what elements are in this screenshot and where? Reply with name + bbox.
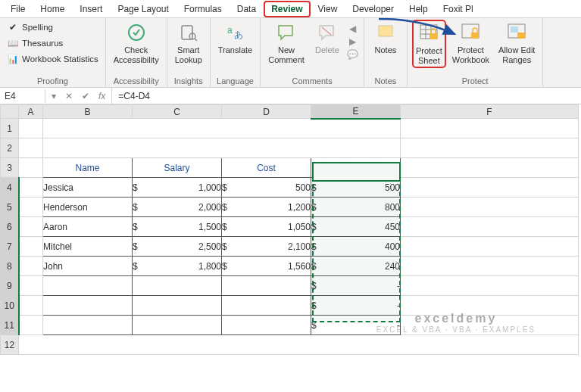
tab-review[interactable]: Review — [264, 1, 310, 17]
next-comment-icon[interactable]: ▶ — [347, 36, 359, 48]
cell-cost[interactable] — [222, 296, 311, 316]
cell-savings[interactable]: $450 — [311, 217, 401, 237]
row-header[interactable]: 7 — [1, 237, 19, 257]
cell-salary[interactable] — [133, 296, 222, 316]
cell-name[interactable]: Jessica — [43, 178, 133, 198]
col-header[interactable]: B — [43, 105, 133, 119]
cell-name[interactable]: Aaron — [43, 217, 133, 237]
translate-button[interactable]: aあ Translate — [215, 20, 255, 57]
row-header[interactable]: 2 — [1, 138, 19, 158]
row-header[interactable]: 1 — [1, 119, 19, 138]
cancel-icon[interactable]: ✕ — [61, 91, 77, 101]
cell-cost[interactable] — [222, 316, 311, 335]
tab-file[interactable]: File — [3, 2, 33, 17]
group-label: Proofing — [5, 76, 101, 87]
thesaurus-button[interactable]: 📖Thesaurus — [5, 36, 101, 51]
row-header[interactable]: 9 — [1, 276, 19, 296]
cell-name[interactable] — [43, 316, 133, 335]
cell-cost[interactable] — [222, 276, 311, 296]
ribbon: ✔Spelling 📖Thesaurus 📊Workbook Statistic… — [0, 18, 581, 88]
cell-name[interactable]: Henderson — [43, 198, 133, 217]
spelling-button[interactable]: ✔Spelling — [5, 20, 101, 35]
row-header[interactable]: 12 — [1, 335, 19, 355]
cell-savings[interactable]: $400 — [311, 237, 401, 257]
cell-savings[interactable]: $- — [311, 276, 401, 296]
notes-icon — [374, 21, 397, 44]
tab-formulas[interactable]: Formulas — [176, 2, 230, 17]
cell-cost[interactable]: $1,050 — [222, 217, 311, 237]
cell-savings[interactable]: $240 — [311, 257, 401, 276]
col-header[interactable]: D — [222, 105, 311, 119]
cell-name[interactable] — [43, 276, 133, 296]
cell-salary[interactable] — [133, 276, 222, 296]
check-accessibility-button[interactable]: Check Accessibility — [111, 20, 162, 67]
protect-sheet-button[interactable]: Protect Sheet — [412, 20, 446, 68]
cell-salary[interactable] — [133, 316, 222, 335]
cell-savings[interactable]: $800 — [311, 198, 401, 217]
title-band: Protect Formula Allowing Data Entry by P… — [43, 119, 401, 138]
enter-icon[interactable]: ✔ — [82, 91, 89, 101]
row-header[interactable]: 3 — [1, 158, 19, 178]
cell-cost[interactable]: $1,560 — [222, 257, 311, 276]
tab-foxit[interactable]: Foxit Pl — [436, 2, 481, 17]
dropdown-icon[interactable]: ▾ — [52, 91, 56, 101]
row-header[interactable]: 4 — [1, 178, 19, 198]
row-header[interactable]: 8 — [1, 257, 19, 276]
notes-button[interactable]: Notes — [369, 20, 402, 57]
select-all-corner[interactable] — [1, 105, 19, 119]
row-header[interactable]: 11 — [1, 316, 19, 335]
edit-ranges-icon — [505, 21, 528, 44]
comment-icon — [275, 21, 298, 44]
show-comments-icon[interactable]: 💬 — [347, 48, 359, 61]
cell-savings[interactable]: $500 — [311, 178, 401, 198]
cell-name[interactable]: Mitchel — [43, 237, 133, 257]
formula-input[interactable]: =C4-D4 — [112, 89, 581, 103]
cell-savings[interactable]: $- — [311, 316, 401, 335]
svg-rect-18 — [517, 33, 525, 39]
cell-salary[interactable]: $1,000 — [133, 178, 222, 198]
tab-view[interactable]: View — [311, 2, 345, 17]
col-header[interactable]: E — [311, 105, 401, 119]
workbook-stats-button[interactable]: 📊Workbook Statistics — [5, 51, 101, 67]
prev-comment-icon[interactable]: ◀ — [347, 23, 359, 35]
svg-text:a: a — [227, 25, 233, 36]
row-header[interactable]: 5 — [1, 198, 19, 217]
cell-cost[interactable]: $1,200 — [222, 198, 311, 217]
tab-developer[interactable]: Developer — [345, 2, 401, 17]
allow-edit-ranges-button[interactable]: Allow Edit Ranges — [495, 20, 538, 67]
protect-workbook-button[interactable]: Protect Workbook — [449, 20, 492, 67]
tab-help[interactable]: Help — [401, 2, 436, 17]
tab-insert[interactable]: Insert — [72, 2, 110, 17]
cell-salary[interactable]: $1,500 — [133, 217, 222, 237]
tab-home[interactable]: Home — [33, 2, 72, 17]
tab-page-layout[interactable]: Page Layout — [110, 2, 176, 17]
cell-cost[interactable]: $2,100 — [222, 237, 311, 257]
svg-rect-1 — [182, 26, 192, 39]
cell-cost[interactable]: $500 — [222, 178, 311, 198]
group-label: Insights — [172, 76, 205, 87]
cell-salary[interactable]: $1,800 — [133, 257, 222, 276]
group-insights: Smart Lookup Insights — [167, 18, 211, 87]
group-accessibility: Check Accessibility Accessibility — [106, 18, 167, 87]
name-box[interactable]: E4 — [0, 89, 45, 103]
col-header[interactable]: F — [401, 105, 579, 119]
col-header[interactable]: A — [19, 105, 43, 119]
cell-name[interactable]: John — [43, 257, 133, 276]
tab-data[interactable]: Data — [230, 2, 264, 17]
cell-name[interactable] — [43, 296, 133, 316]
group-proofing: ✔Spelling 📖Thesaurus 📊Workbook Statistic… — [0, 18, 106, 87]
smart-lookup-button[interactable]: Smart Lookup — [172, 20, 205, 67]
col-header[interactable]: C — [133, 105, 222, 119]
new-comment-button[interactable]: New Comment — [265, 20, 308, 67]
protect-sheet-icon — [417, 22, 440, 45]
row-header[interactable]: 10 — [1, 296, 19, 316]
row-header[interactable]: 6 — [1, 217, 19, 237]
delete-comment-button[interactable]: Delete — [311, 20, 344, 57]
cell-salary[interactable]: $2,000 — [133, 198, 222, 217]
cell-salary[interactable]: $2,500 — [133, 237, 222, 257]
worksheet[interactable]: A B C D E F 1 Protect Formula Allowing D… — [0, 104, 581, 355]
delete-icon — [316, 21, 339, 44]
fx-icon[interactable]: fx — [94, 91, 105, 101]
svg-line-3 — [195, 39, 197, 41]
cell-savings[interactable]: $- — [311, 296, 401, 316]
